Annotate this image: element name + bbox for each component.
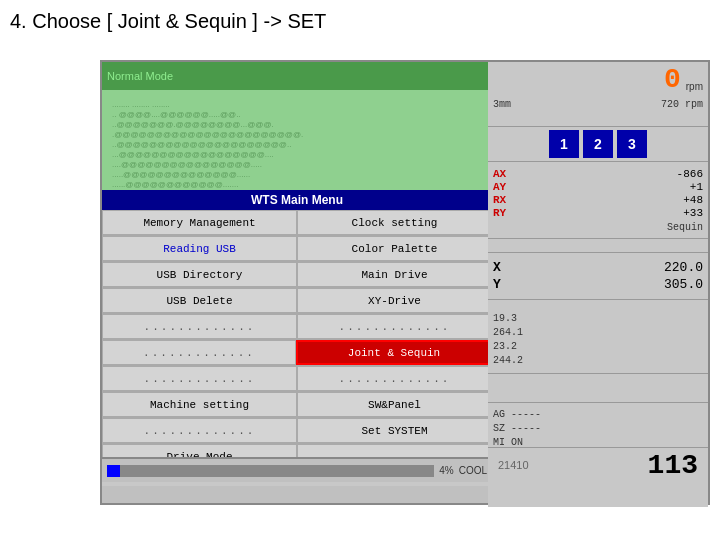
stat-1: 264.1 — [493, 326, 703, 340]
y-value: 305.0 — [664, 277, 703, 292]
pattern-area: ........ ........ ........ .. @@@@....@@… — [102, 90, 492, 190]
placeholder-button-7b: ............. — [297, 366, 492, 391]
coord-row-rx: RX +48 — [493, 194, 703, 206]
needle-display: 1 2 3 — [488, 127, 708, 162]
rpm-unit: rpm — [686, 81, 703, 95]
machine-setting-button[interactable]: Machine setting — [102, 392, 297, 417]
menu-title: WTS Main Menu — [102, 190, 492, 210]
ry-label: RY — [493, 207, 506, 219]
stats-display: 19.3 264.1 23.2 244.2 — [488, 307, 708, 374]
placeholder-button-5b: ............. — [297, 314, 492, 339]
placeholder-button-9a: ............. — [102, 418, 297, 443]
rpm-row-right: 720 rpm — [661, 99, 703, 110]
top-bar-text: Normal Mode — [107, 70, 173, 82]
ay-value: +1 — [690, 181, 703, 193]
stat-0: 19.3 — [493, 312, 703, 326]
rpm-row-left: 3mm — [493, 99, 511, 110]
stat-3: 244.2 — [493, 354, 703, 368]
top-bar: Normal Mode — [102, 62, 492, 90]
progress-track — [107, 465, 434, 477]
usb-directory-button[interactable]: USB Directory — [102, 262, 297, 287]
y-label: Y — [493, 277, 501, 292]
menu-row: Reading USB Color Palette — [102, 236, 492, 262]
rpm-row: 3mm 720 rpm — [488, 97, 708, 112]
ax-value: -866 — [677, 168, 703, 180]
menu-row: USB Delete XY-Drive — [102, 288, 492, 314]
stat-2: 23.2 — [493, 340, 703, 354]
memory-management-button[interactable]: Memory Management — [102, 210, 297, 235]
ry-value: +33 — [683, 207, 703, 219]
menu-row: ............. ............. — [102, 366, 492, 392]
xy-display: X 220.0 Y 305.0 — [488, 252, 708, 300]
joint-sequin-button[interactable]: Joint & Sequin — [296, 340, 492, 365]
machine-screen: Normal Mode ........ ........ ........ .… — [100, 60, 710, 505]
left-display: Normal Mode ........ ........ ........ .… — [102, 62, 492, 482]
rpm-display: 0 rpm 3mm 720 rpm — [488, 62, 708, 127]
ag-text: AG ----- — [493, 408, 703, 422]
color-palette-button[interactable]: Color Palette — [297, 236, 492, 261]
instruction-text: 4. Choose [ Joint & Sequin ] -> SET — [10, 10, 326, 33]
needle-2: 2 — [583, 130, 613, 158]
usb-delete-button[interactable]: USB Delete — [102, 288, 297, 313]
main-menu: WTS Main Menu Memory Management Clock se… — [102, 190, 492, 482]
sz-text: SZ ----- — [493, 422, 703, 436]
rpm-top: 0 rpm — [488, 62, 708, 97]
x-row: X 220.0 — [493, 260, 703, 275]
counter-value: 113 — [648, 450, 698, 481]
counter-display: 21410 113 — [488, 447, 708, 482]
reading-usb-button[interactable]: Reading USB — [102, 236, 297, 261]
needle-1: 1 — [549, 130, 579, 158]
set-system-button[interactable]: Set SYSTEM — [297, 418, 492, 443]
menu-row: ............. ............. — [102, 314, 492, 340]
sequin-label: Sequin — [493, 222, 703, 233]
placeholder-button-7a: ............. — [102, 366, 297, 391]
x-value: 220.0 — [664, 260, 703, 275]
rpm-value: 0 — [664, 64, 686, 95]
progress-label: 4% — [439, 465, 453, 476]
pattern-decoration: ........ ........ ........ .. @@@@....@@… — [112, 100, 303, 190]
progress-fill — [107, 465, 120, 477]
main-drive-button[interactable]: Main Drive — [297, 262, 492, 287]
clock-setting-button[interactable]: Clock setting — [297, 210, 492, 235]
menu-row: ............. Joint & Sequin — [102, 340, 492, 366]
xy-drive-button[interactable]: XY-Drive — [297, 288, 492, 313]
menu-row: Machine setting SW&Panel — [102, 392, 492, 418]
placeholder-button-6a: ............. — [102, 340, 296, 365]
x-label: X — [493, 260, 501, 275]
coord-row-ay: AY +1 — [493, 181, 703, 193]
bottom-bar: 4% COOL — [102, 457, 492, 482]
sw-panel-button[interactable]: SW&Panel — [297, 392, 492, 417]
menu-row: ............. Set SYSTEM — [102, 418, 492, 444]
rx-label: RX — [493, 194, 506, 206]
y-row: Y 305.0 — [493, 277, 703, 292]
coord-display: AX -866 AY +1 RX +48 RY +33 Sequin — [488, 162, 708, 239]
coord-row-ry: RY +33 — [493, 207, 703, 219]
cool-label: COOL — [459, 465, 487, 476]
ay-label: AY — [493, 181, 506, 193]
needle-3: 3 — [617, 130, 647, 158]
right-panel: 0 rpm 3mm 720 rpm 1 2 3 AX -866 AY +1 — [488, 62, 708, 507]
rx-value: +48 — [683, 194, 703, 206]
menu-row: Memory Management Clock setting — [102, 210, 492, 236]
counter-small: 21410 — [498, 459, 529, 471]
coord-row-ax: AX -866 — [493, 168, 703, 180]
ax-label: AX — [493, 168, 506, 180]
placeholder-button-5a: ............. — [102, 314, 297, 339]
menu-row: USB Directory Main Drive — [102, 262, 492, 288]
